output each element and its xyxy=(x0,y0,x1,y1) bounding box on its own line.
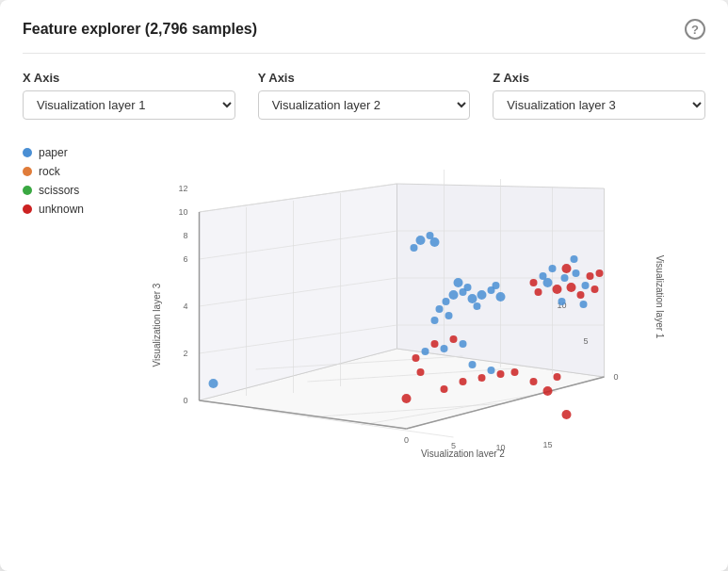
svg-point-52 xyxy=(436,305,444,313)
svg-point-81 xyxy=(497,370,505,378)
legend-label-paper: paper xyxy=(39,146,68,159)
svg-point-58 xyxy=(493,282,500,289)
svg-point-95 xyxy=(209,379,218,388)
svg-point-51 xyxy=(474,302,481,310)
svg-point-88 xyxy=(413,354,420,362)
svg-point-68 xyxy=(577,291,585,299)
chart-svg: 0 2 4 6 8 10 12 0 5 10 15 0 5 10 Visuali… xyxy=(107,137,705,457)
svg-point-71 xyxy=(558,298,566,305)
svg-text:12: 12 xyxy=(178,184,187,193)
svg-point-82 xyxy=(543,386,553,396)
svg-point-60 xyxy=(553,285,562,294)
page-title: Feature explorer (2,796 samples) xyxy=(23,21,257,38)
z-axis-select[interactable]: Visualization layer 1 Visualization laye… xyxy=(493,90,705,120)
legend-item-unknown: unknown xyxy=(23,203,107,216)
svg-text:10: 10 xyxy=(178,207,187,217)
x-axis-group: X Axis Visualization layer 1 Visualizati… xyxy=(23,71,235,120)
svg-point-49 xyxy=(464,284,472,291)
content-area: paper rock scissors unknown xyxy=(23,137,705,457)
svg-point-86 xyxy=(530,378,538,385)
svg-point-90 xyxy=(431,340,439,348)
svg-point-56 xyxy=(496,292,506,302)
feature-explorer-card: Feature explorer (2,796 samples) ? X Axi… xyxy=(0,0,728,571)
svg-point-44 xyxy=(430,237,440,247)
svg-point-87 xyxy=(554,373,561,381)
svg-point-72 xyxy=(587,272,594,280)
svg-text:0: 0 xyxy=(614,372,619,382)
legend-dot-paper xyxy=(23,148,32,157)
svg-point-65 xyxy=(549,265,557,272)
svg-point-76 xyxy=(596,269,604,277)
z-axis-group: Z Axis Visualization layer 1 Visualizati… xyxy=(493,71,705,120)
y-axis-label: Y Axis xyxy=(258,71,471,85)
z-axis-label: Z Axis xyxy=(493,71,705,85)
svg-text:8: 8 xyxy=(183,231,187,240)
legend-dot-rock xyxy=(23,167,32,176)
svg-point-70 xyxy=(530,279,538,286)
svg-point-74 xyxy=(591,286,599,293)
y-axis-group: Y Axis Visualization layer 1 Visualizati… xyxy=(258,71,471,120)
svg-point-75 xyxy=(580,301,588,308)
svg-point-66 xyxy=(562,264,572,273)
svg-text:Visualization layer 1: Visualization layer 1 xyxy=(655,255,665,339)
legend: paper rock scissors unknown xyxy=(23,137,107,457)
svg-point-45 xyxy=(449,290,459,300)
svg-point-46 xyxy=(443,298,450,305)
svg-point-83 xyxy=(469,361,477,368)
svg-point-89 xyxy=(422,348,429,355)
legend-item-scissors: scissors xyxy=(23,184,107,197)
svg-point-55 xyxy=(445,312,453,319)
svg-point-93 xyxy=(460,340,467,348)
svg-point-94 xyxy=(417,368,425,376)
svg-point-85 xyxy=(511,368,519,376)
svg-point-62 xyxy=(567,283,576,292)
svg-point-48 xyxy=(468,294,477,303)
svg-point-84 xyxy=(488,367,495,374)
svg-point-57 xyxy=(431,317,439,324)
svg-point-61 xyxy=(561,274,569,282)
svg-text:Visualization layer 3: Visualization layer 3 xyxy=(152,283,162,367)
legend-item-paper: paper xyxy=(23,146,107,159)
svg-text:Visualization layer 2: Visualization layer 2 xyxy=(421,449,505,457)
svg-point-80 xyxy=(478,374,486,382)
svg-text:0: 0 xyxy=(183,396,187,405)
help-icon[interactable]: ? xyxy=(685,19,705,40)
3d-chart: 0 2 4 6 8 10 12 0 5 10 15 0 5 10 Visuali… xyxy=(107,137,705,457)
svg-point-91 xyxy=(441,345,448,352)
card-header: Feature explorer (2,796 samples) ? xyxy=(23,19,705,54)
axis-controls: X Axis Visualization layer 1 Visualizati… xyxy=(23,71,705,120)
svg-point-96 xyxy=(562,410,572,419)
svg-point-50 xyxy=(454,278,463,287)
svg-point-43 xyxy=(411,244,418,252)
legend-label-unknown: unknown xyxy=(39,203,84,216)
svg-text:15: 15 xyxy=(542,440,552,449)
y-axis-select[interactable]: Visualization layer 1 Visualization laye… xyxy=(258,90,471,120)
svg-point-41 xyxy=(416,236,426,245)
x-axis-label: X Axis xyxy=(23,71,235,85)
svg-point-77 xyxy=(402,394,412,403)
svg-point-53 xyxy=(477,290,487,300)
legend-dot-scissors xyxy=(23,186,32,195)
legend-label-rock: rock xyxy=(39,165,60,178)
svg-text:2: 2 xyxy=(183,349,187,358)
svg-point-67 xyxy=(540,272,547,280)
svg-point-92 xyxy=(450,335,458,343)
svg-point-78 xyxy=(441,385,448,393)
svg-text:5: 5 xyxy=(584,336,589,346)
svg-text:6: 6 xyxy=(183,254,187,264)
svg-text:0: 0 xyxy=(404,435,409,445)
svg-point-79 xyxy=(460,378,467,385)
legend-dot-unknown xyxy=(23,204,32,214)
svg-point-64 xyxy=(535,288,542,296)
svg-point-73 xyxy=(571,255,578,263)
x-axis-select[interactable]: Visualization layer 1 Visualization laye… xyxy=(23,90,235,120)
svg-point-69 xyxy=(582,282,590,289)
svg-point-63 xyxy=(573,269,580,277)
svg-text:4: 4 xyxy=(183,302,187,311)
legend-label-scissors: scissors xyxy=(39,184,79,197)
legend-item-rock: rock xyxy=(23,165,107,178)
